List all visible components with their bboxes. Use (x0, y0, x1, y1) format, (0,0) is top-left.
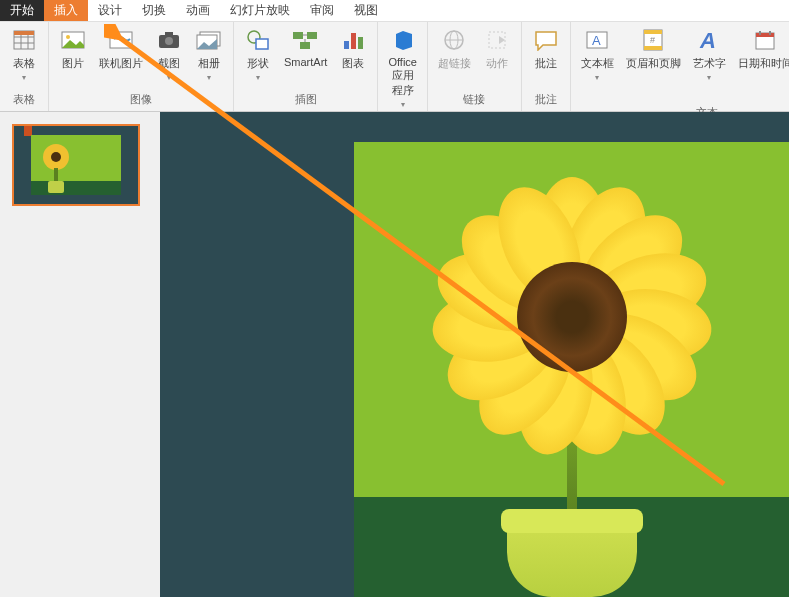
tab-review[interactable]: 审阅 (300, 0, 344, 21)
group-label: 表格 (13, 90, 35, 109)
svg-rect-34 (644, 46, 662, 50)
tab-transition[interactable]: 切换 (132, 0, 176, 21)
svg-rect-47 (48, 181, 64, 193)
chart-icon (339, 26, 367, 54)
svg-rect-11 (165, 32, 173, 36)
ribbon-panel: 表格 ▾ 表格 图片 联机图片 截图 ▾ 相册 ▾ (0, 22, 789, 112)
wordart-button[interactable]: A 艺术字 ▾ (689, 24, 730, 84)
svg-rect-46 (54, 168, 58, 182)
svg-rect-33 (644, 30, 662, 34)
table-icon (10, 26, 38, 54)
office-app-button[interactable]: Office 应用程序 ▾ (384, 24, 421, 111)
album-icon (195, 26, 223, 54)
textbox-icon: A (583, 26, 611, 54)
svg-text:#: # (650, 35, 655, 45)
svg-point-10 (165, 37, 173, 45)
svg-marker-29 (499, 36, 505, 44)
online-picture-icon (107, 26, 135, 54)
slide-canvas[interactable] (160, 112, 789, 597)
pot (507, 517, 637, 597)
smartart-button[interactable]: SmartArt (280, 24, 331, 70)
group-label: 链接 (463, 90, 485, 109)
tab-animation[interactable]: 动画 (176, 0, 220, 21)
caret-icon: ▾ (22, 73, 26, 82)
group-label: 图像 (130, 90, 152, 109)
group-table: 表格 ▾ 表格 (0, 22, 49, 111)
picture-button[interactable]: 图片 (55, 24, 91, 73)
group-illustration: 形状 ▾ SmartArt 图表 插图 (234, 22, 378, 111)
svg-text:A: A (699, 28, 716, 52)
tab-insert[interactable]: 插入 (44, 0, 88, 21)
wordart-icon: A (695, 26, 723, 54)
svg-rect-17 (307, 32, 317, 39)
header-icon: # (639, 26, 667, 54)
action-icon (483, 26, 511, 54)
svg-marker-24 (396, 31, 412, 50)
thumb-preview (31, 135, 121, 195)
svg-rect-38 (756, 33, 774, 37)
svg-rect-21 (344, 41, 349, 49)
office-icon (389, 26, 417, 54)
group-link: 超链接 动作 链接 (428, 22, 522, 111)
datetime-button[interactable]: 日期和时间 (734, 24, 789, 73)
table-button[interactable]: 表格 ▾ (6, 24, 42, 84)
camera-icon (155, 26, 183, 54)
tab-start[interactable]: 开始 (0, 0, 44, 21)
svg-text:A: A (592, 33, 601, 48)
smartart-icon (292, 26, 320, 54)
workspace (0, 112, 789, 597)
tab-view[interactable]: 视图 (344, 0, 388, 21)
svg-rect-22 (351, 33, 356, 49)
shapes-icon (244, 26, 272, 54)
picture-icon (59, 26, 87, 54)
album-button[interactable]: 相册 ▾ (191, 24, 227, 84)
sunflower (442, 187, 702, 417)
svg-point-7 (66, 35, 70, 39)
hyperlink-button[interactable]: 超链接 (434, 24, 475, 73)
header-footer-button[interactable]: # 页眉和页脚 (622, 24, 685, 73)
comment-button[interactable]: 批注 (528, 24, 564, 73)
svg-rect-5 (14, 31, 34, 35)
group-label: 插图 (295, 90, 317, 109)
svg-rect-15 (256, 39, 268, 49)
group-comment: 批注 批注 (522, 22, 571, 111)
svg-rect-18 (300, 42, 310, 49)
calendar-icon (751, 26, 779, 54)
shapes-button[interactable]: 形状 ▾ (240, 24, 276, 84)
chart-button[interactable]: 图表 (335, 24, 371, 73)
svg-rect-16 (293, 32, 303, 39)
inserted-image[interactable] (354, 142, 789, 597)
group-app: Office 应用程序 ▾ 应用程序 (378, 22, 428, 111)
online-picture-button[interactable]: 联机图片 (95, 24, 147, 73)
group-text: A 文本框 ▾ # 页眉和页脚 A 艺术字 ▾ 日期和时间 # 幻灯片 编号 (571, 22, 789, 111)
comment-icon (532, 26, 560, 54)
thumbnail-panel (0, 112, 160, 597)
ribbon-tabs: 开始 插入 设计 切换 动画 幻灯片放映 审阅 视图 (0, 0, 789, 22)
svg-rect-23 (358, 37, 363, 49)
action-button[interactable]: 动作 (479, 24, 515, 73)
svg-rect-43 (31, 181, 121, 195)
tab-design[interactable]: 设计 (88, 0, 132, 21)
textbox-button[interactable]: A 文本框 ▾ (577, 24, 618, 84)
group-image: 图片 联机图片 截图 ▾ 相册 ▾ 图像 (49, 22, 234, 111)
screenshot-button[interactable]: 截图 ▾ (151, 24, 187, 84)
group-label: 批注 (535, 90, 557, 109)
slide-thumbnail-1[interactable] (12, 124, 140, 206)
globe-icon (440, 26, 468, 54)
tab-slideshow[interactable]: 幻灯片放映 (220, 0, 300, 21)
svg-point-45 (51, 152, 61, 162)
